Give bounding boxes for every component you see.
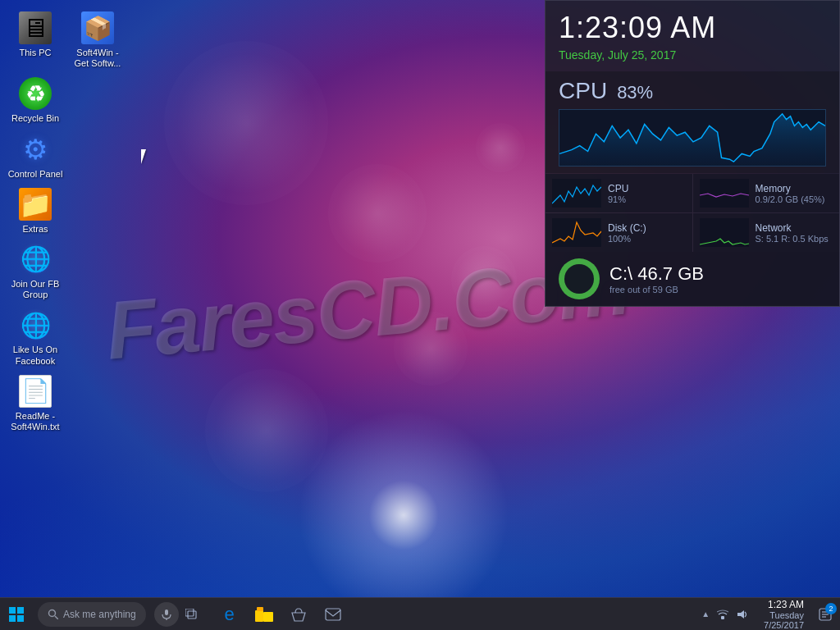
memory-mini-graph <box>700 179 749 208</box>
monitor-time: 1:23:09 AM <box>546 1 839 48</box>
soft4win-label: Soft4Win - Get Softw... <box>70 48 126 69</box>
soft4win-icon <box>81 11 114 44</box>
desktop: FaresCD.Com This PC Soft4Win - Get Softw… <box>0 0 840 597</box>
readme-icon <box>19 375 52 408</box>
svg-rect-14 <box>326 609 340 620</box>
disk-size: C:\ 46.7 GB <box>609 263 826 285</box>
system-tray: ▲ <box>693 606 757 623</box>
desktop-icons: This PC Soft4Win - Get Softw... Recycle … <box>4 8 129 437</box>
disk-stat-value: 100% <box>608 234 686 244</box>
stat-network: Network S: 5.1 R: 0.5 Kbps <box>693 213 840 252</box>
memory-stat-info: Memory 0.9/2.0 GB (45%) <box>756 183 833 204</box>
disk-mini-graph <box>552 218 601 247</box>
stat-cpu: CPU 91% <box>546 174 692 212</box>
taskbar-edge[interactable]: e <box>213 598 246 631</box>
svg-marker-16 <box>737 610 744 619</box>
taskbar-explorer[interactable] <box>248 598 281 631</box>
taskbar-mail[interactable] <box>317 598 349 631</box>
desktop-icon-soft4win[interactable]: Soft4Win - Get Softw... <box>66 8 129 72</box>
svg-rect-11 <box>255 610 263 622</box>
disk-stat-label: Disk (C:) <box>608 222 686 234</box>
svg-point-5 <box>49 610 56 617</box>
stat-disk: Disk (C:) 100% <box>546 213 692 252</box>
disk-circle-inner <box>564 264 594 294</box>
control-panel-icon <box>19 133 52 166</box>
desktop-icon-like-fb[interactable]: Like Us On Facebook <box>4 305 66 369</box>
taskbar: Ask me anything e <box>0 597 840 630</box>
desktop-icon-control-panel[interactable]: Control Panel <box>4 130 66 183</box>
desktop-icon-recycle-bin[interactable]: Recycle Bin <box>4 74 66 127</box>
network-stat-info: Network S: 5.1 R: 0.5 Kbps <box>756 222 833 244</box>
stats-grid: CPU 91% Memory 0.9/2.0 GB (45%) <box>546 174 839 252</box>
svg-line-6 <box>55 616 58 619</box>
join-fb-icon <box>19 243 52 276</box>
join-fb-label: Join Our FB Group <box>7 279 63 300</box>
cortana-button[interactable] <box>154 602 179 627</box>
disk-info: C:\ 46.7 GB free out of 59 GB <box>609 263 826 294</box>
tray-volume-icon[interactable] <box>734 606 751 623</box>
system-monitor: 1:23:09 AM Tuesday, July 25, 2017 CPU 83… <box>545 0 840 307</box>
svg-rect-10 <box>188 611 196 619</box>
disk-section: C:\ 46.7 GB free out of 59 GB <box>546 252 839 306</box>
notification-badge: 2 <box>825 603 837 614</box>
clock-date-line2: 7/25/2017 <box>764 620 804 630</box>
cpu-mini-graph <box>552 179 601 208</box>
network-stat-label: Network <box>756 222 833 234</box>
this-pc-label: This PC <box>19 48 51 58</box>
notification-center[interactable]: 2 <box>810 598 840 631</box>
stat-memory: Memory 0.9/2.0 GB (45%) <box>693 174 840 212</box>
svg-rect-13 <box>263 612 273 622</box>
tray-network-icon[interactable] <box>714 606 731 623</box>
cpu-label: CPU <box>559 78 607 104</box>
search-label: Ask me anything <box>63 609 136 620</box>
svg-rect-1 <box>9 607 16 614</box>
mouse-cursor <box>141 149 151 166</box>
desktop-icon-join-fb[interactable]: Join Our FB Group <box>4 240 66 304</box>
cpu-stat-value: 91% <box>608 194 686 204</box>
extras-label: Extras <box>22 224 48 235</box>
this-pc-icon <box>19 11 52 44</box>
like-fb-label: Like Us On Facebook <box>7 345 63 366</box>
monitor-cpu-section: CPU 83% <box>546 71 839 173</box>
clock-date-line1: Tuesday <box>769 610 804 620</box>
control-panel-label: Control Panel <box>8 169 63 180</box>
disk-stat-info: Disk (C:) 100% <box>608 222 686 244</box>
svg-rect-7 <box>165 609 168 615</box>
desktop-icon-this-pc[interactable]: This PC <box>4 8 66 72</box>
start-button[interactable] <box>0 598 33 631</box>
recycle-bin-icon <box>19 77 52 110</box>
desktop-icon-readme[interactable]: ReadMe - Soft4Win.txt <box>4 372 66 436</box>
svg-rect-3 <box>9 615 16 622</box>
svg-marker-0 <box>559 114 825 166</box>
taskbar-clock[interactable]: 1:23 AM Tuesday 7/25/2017 <box>757 599 810 630</box>
network-stat-value: S: 5.1 R: 0.5 Kbps <box>756 234 833 244</box>
taskbar-apps: e <box>213 598 349 631</box>
taskbar-store[interactable] <box>282 598 315 631</box>
readme-label: ReadMe - Soft4Win.txt <box>7 411 63 432</box>
recycle-bin-label: Recycle Bin <box>11 113 59 124</box>
disk-detail: free out of 59 GB <box>609 285 826 294</box>
svg-rect-15 <box>721 616 724 619</box>
cpu-stat-info: CPU 91% <box>608 183 686 204</box>
clock-time: 1:23 AM <box>768 599 804 610</box>
memory-stat-label: Memory <box>756 183 833 194</box>
cpu-percent: 83% <box>617 82 653 103</box>
svg-rect-12 <box>257 607 263 611</box>
memory-stat-value: 0.9/2.0 GB (45%) <box>756 194 833 204</box>
like-fb-icon <box>19 308 52 341</box>
taskbar-search[interactable]: Ask me anything <box>38 602 146 627</box>
cpu-graph <box>559 109 826 167</box>
extras-icon <box>19 188 52 221</box>
network-mini-graph <box>700 218 749 247</box>
cpu-stat-label: CPU <box>608 183 686 194</box>
disk-usage-circle <box>559 258 600 299</box>
svg-rect-2 <box>17 607 24 614</box>
task-view-button[interactable] <box>179 609 207 620</box>
desktop-icon-extras[interactable]: Extras <box>4 185 66 238</box>
svg-rect-4 <box>17 615 24 622</box>
svg-rect-9 <box>185 609 194 616</box>
monitor-date: Tuesday, July 25, 2017 <box>546 48 839 71</box>
tray-expand[interactable]: ▲ <box>700 609 711 619</box>
